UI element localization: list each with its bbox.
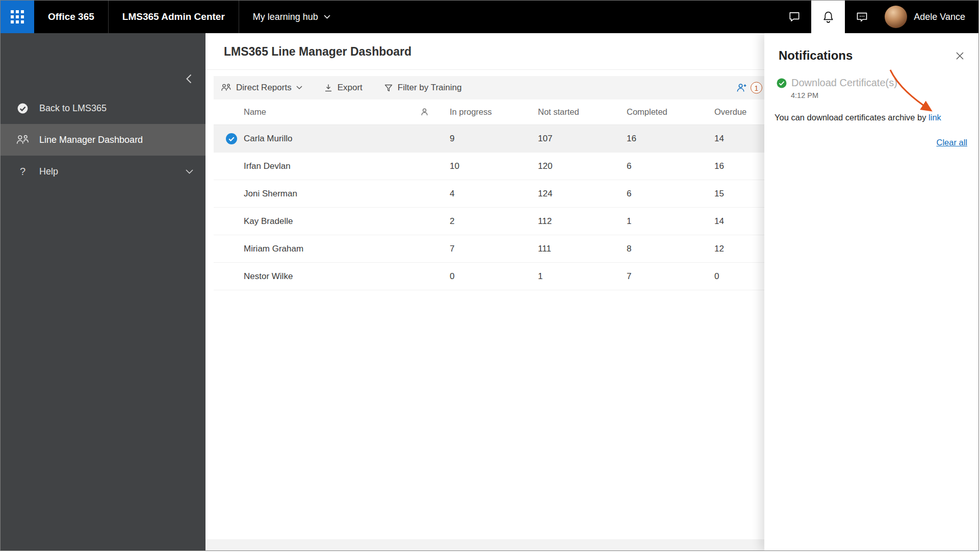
cell-completed: 16 xyxy=(627,134,714,144)
column-header-person[interactable] xyxy=(420,108,450,116)
employee-name: Joni Sherman xyxy=(244,189,297,198)
clear-all-link[interactable]: Clear all xyxy=(764,138,978,147)
employee-name: Nestor Wilke xyxy=(244,271,293,281)
application-window: Office 365 LMS365 Admin Center My learni… xyxy=(0,0,979,551)
cell-in-progress: 2 xyxy=(450,216,538,227)
notification-body: You can download certificates archive by… xyxy=(764,99,978,123)
account-menu[interactable]: Adele Vance xyxy=(879,1,978,33)
cell-in-progress: 4 xyxy=(450,189,538,199)
waffle-icon xyxy=(11,10,24,23)
app-launcher-button[interactable] xyxy=(1,1,34,33)
chat-icon xyxy=(788,10,801,23)
chevron-down-icon xyxy=(296,86,302,90)
pending-requests-indicator[interactable]: 1 xyxy=(736,82,762,94)
lms365-logo-icon xyxy=(16,102,30,115)
suite-top-bar: Office 365 LMS365 Admin Center My learni… xyxy=(1,1,978,33)
notification-count-badge: 1 xyxy=(751,82,762,94)
employee-name: Miriam Graham xyxy=(244,244,303,254)
cell-in-progress: 9 xyxy=(450,134,538,144)
notification-item[interactable]: Download Certificate(s) xyxy=(764,63,978,89)
download-certificates-link[interactable]: link xyxy=(929,113,941,122)
column-header-not-started[interactable]: Not started xyxy=(538,107,627,117)
cell-not-started: 107 xyxy=(538,134,627,144)
chevron-down-icon xyxy=(324,15,330,19)
close-panel-button[interactable] xyxy=(953,49,966,62)
cell-completed: 6 xyxy=(627,161,714,171)
export-button[interactable]: Export xyxy=(324,83,363,93)
notifications-title: Notifications xyxy=(779,48,853,63)
cell-not-started: 1 xyxy=(538,271,627,282)
collapse-sidebar-button[interactable] xyxy=(181,71,196,86)
success-check-icon xyxy=(777,78,787,88)
employee-name: Carla Murillo xyxy=(244,134,292,143)
sidebar-nav: Back to LMS365 Line Manager Dashboard ? … xyxy=(1,92,205,187)
feedback-button[interactable] xyxy=(845,1,879,33)
sidebar-item-line-manager-dashboard[interactable]: Line Manager Dashboard xyxy=(1,124,205,156)
sidebar-item-help[interactable]: ? Help xyxy=(1,156,205,187)
filter-by-training-button[interactable]: Filter by Training xyxy=(384,83,462,93)
page-title: LMS365 Line Manager Dashboard xyxy=(224,44,411,58)
column-header-in-progress[interactable]: In progress xyxy=(450,107,538,117)
cell-not-started: 120 xyxy=(538,161,627,171)
download-icon xyxy=(324,83,333,92)
cell-not-started: 111 xyxy=(538,244,627,254)
cell-in-progress: 7 xyxy=(450,244,538,254)
column-header-completed[interactable]: Completed xyxy=(627,107,714,117)
learning-hub-dropdown[interactable]: My learning hub xyxy=(239,1,344,33)
left-navigation: Back to LMS365 Line Manager Dashboard ? … xyxy=(1,33,205,550)
cell-not-started: 112 xyxy=(538,216,627,227)
cell-completed: 1 xyxy=(627,216,714,227)
row-selected-check-icon[interactable] xyxy=(226,133,237,144)
employee-name: Kay Bradelle xyxy=(244,216,293,226)
employee-name: Irfan Devlan xyxy=(244,161,291,171)
cell-in-progress: 10 xyxy=(450,161,538,171)
filter-icon xyxy=(384,83,393,92)
help-icon: ? xyxy=(16,166,30,178)
person-add-icon xyxy=(736,83,746,93)
sidebar-item-back-to-lms365[interactable]: Back to LMS365 xyxy=(1,92,205,124)
cell-completed: 6 xyxy=(627,189,714,199)
column-header-name[interactable]: Name xyxy=(214,107,420,117)
notification-item-title: Download Certificate(s) xyxy=(791,77,897,89)
notification-timestamp: 4:12 PM xyxy=(764,89,978,99)
avatar xyxy=(885,6,907,28)
cell-not-started: 124 xyxy=(538,189,627,199)
office365-link[interactable]: Office 365 xyxy=(34,1,109,33)
user-name: Adele Vance xyxy=(914,12,965,22)
feedback-icon xyxy=(855,10,869,24)
chevron-down-icon xyxy=(186,169,193,174)
chat-button[interactable] xyxy=(778,1,811,33)
cell-completed: 7 xyxy=(627,271,714,282)
notifications-button[interactable] xyxy=(811,1,845,33)
org-people-icon xyxy=(221,83,231,92)
org-people-icon xyxy=(16,134,30,146)
cell-completed: 8 xyxy=(627,244,714,254)
bell-icon xyxy=(821,10,835,24)
notifications-panel: Notifications Download Certificate(s) 4:… xyxy=(764,33,978,550)
admin-center-link[interactable]: LMS365 Admin Center xyxy=(109,1,239,33)
cell-in-progress: 0 xyxy=(450,271,538,282)
direct-reports-dropdown[interactable]: Direct Reports xyxy=(221,83,302,93)
